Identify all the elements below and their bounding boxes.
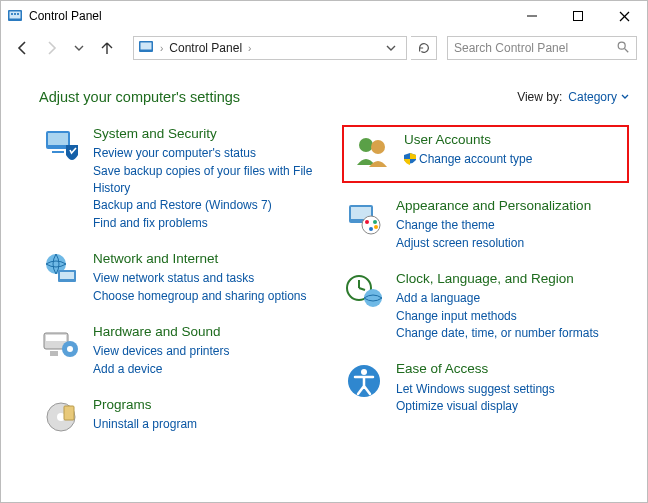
category-title[interactable]: Network and Internet <box>93 250 218 268</box>
category-title[interactable]: Programs <box>93 396 152 414</box>
link-network-status[interactable]: View network status and tasks <box>93 270 326 287</box>
svg-rect-26 <box>64 406 74 420</box>
svg-rect-10 <box>141 42 152 49</box>
link-text: Change account type <box>419 152 532 166</box>
link-homegroup[interactable]: Choose homegroup and sharing options <box>93 288 326 305</box>
hardware-sound-icon[interactable] <box>39 323 83 378</box>
chevron-down-icon <box>621 93 629 101</box>
back-button[interactable] <box>11 36 35 60</box>
category-hardware-sound: Hardware and Sound View devices and prin… <box>39 323 326 378</box>
window-title: Control Panel <box>29 9 102 23</box>
close-button[interactable] <box>601 1 647 31</box>
link-add-device[interactable]: Add a device <box>93 361 326 378</box>
minimize-button[interactable] <box>509 1 555 31</box>
link-review-status[interactable]: Review your computer's status <box>93 145 326 162</box>
link-date-time-formats[interactable]: Change date, time, or number formats <box>396 325 629 342</box>
category-clock-language-region: Clock, Language, and Region Add a langua… <box>342 270 629 342</box>
category-user-accounts: User Accounts Change account type <box>350 131 621 173</box>
category-title[interactable]: Ease of Access <box>396 360 488 378</box>
link-find-fix[interactable]: Find and fix problems <box>93 215 326 232</box>
svg-rect-4 <box>17 13 19 15</box>
svg-rect-20 <box>46 335 66 341</box>
category-appearance-personalization: Appearance and Personalization Change th… <box>342 197 629 252</box>
category-ease-of-access: Ease of Access Let Windows suggest setti… <box>342 360 629 415</box>
link-change-account-type[interactable]: Change account type <box>404 151 621 170</box>
link-change-theme[interactable]: Change the theme <box>396 217 629 234</box>
highlight-user-accounts: User Accounts Change account type <box>342 125 629 183</box>
svg-line-12 <box>625 48 629 52</box>
up-button[interactable] <box>95 36 119 60</box>
programs-icon[interactable] <box>39 396 83 438</box>
category-title[interactable]: Hardware and Sound <box>93 323 221 341</box>
search-placeholder: Search Control Panel <box>454 41 568 55</box>
svg-rect-2 <box>11 13 13 15</box>
recent-locations-dropdown[interactable] <box>67 36 91 60</box>
link-input-methods[interactable]: Change input methods <box>396 308 629 325</box>
svg-rect-14 <box>48 133 68 145</box>
system-security-icon[interactable] <box>39 125 83 232</box>
svg-rect-15 <box>52 151 64 153</box>
network-internet-icon[interactable] <box>39 250 83 305</box>
view-by-control: View by: Category <box>517 90 629 104</box>
titlebar: Control Panel <box>1 1 647 31</box>
search-icon <box>616 40 630 57</box>
ease-of-access-icon[interactable] <box>342 360 386 415</box>
uac-shield-icon <box>404 153 416 170</box>
window-controls <box>509 1 647 31</box>
svg-point-27 <box>359 138 373 152</box>
category-programs: Programs Uninstall a program <box>39 396 326 438</box>
svg-point-34 <box>369 227 373 231</box>
page-headline: Adjust your computer's settings <box>39 89 240 105</box>
link-add-language[interactable]: Add a language <box>396 290 629 307</box>
svg-point-31 <box>362 216 380 234</box>
forward-button[interactable] <box>39 36 63 60</box>
control-panel-app-icon <box>7 8 23 24</box>
link-file-history[interactable]: Save backup copies of your files with Fi… <box>93 163 326 198</box>
search-input[interactable]: Search Control Panel <box>447 36 637 60</box>
svg-rect-23 <box>50 351 58 356</box>
view-by-value: Category <box>568 90 617 104</box>
chevron-right-icon[interactable]: › <box>248 43 251 54</box>
category-network-internet: Network and Internet View network status… <box>39 250 326 305</box>
svg-point-32 <box>365 220 369 224</box>
refresh-button[interactable] <box>411 36 437 60</box>
link-backup-restore[interactable]: Backup and Restore (Windows 7) <box>93 197 326 214</box>
column-left: System and Security Review your computer… <box>39 125 326 456</box>
svg-point-11 <box>618 42 625 49</box>
link-windows-suggest[interactable]: Let Windows suggest settings <box>396 381 629 398</box>
content-area: Adjust your computer's settings View by:… <box>1 65 647 474</box>
navigation-bar: › Control Panel › Search Control Panel <box>1 31 647 65</box>
svg-point-39 <box>364 289 382 307</box>
link-optimize-display[interactable]: Optimize visual display <box>396 398 629 415</box>
view-by-label: View by: <box>517 90 562 104</box>
svg-rect-6 <box>574 12 583 21</box>
address-icon <box>138 39 154 58</box>
chevron-right-icon: › <box>160 43 163 54</box>
category-title[interactable]: System and Security <box>93 125 217 143</box>
maximize-button[interactable] <box>555 1 601 31</box>
svg-rect-18 <box>60 272 74 279</box>
svg-point-41 <box>361 369 367 375</box>
category-title[interactable]: User Accounts <box>404 131 491 149</box>
svg-rect-3 <box>14 13 16 15</box>
user-accounts-icon[interactable] <box>350 131 394 173</box>
svg-point-35 <box>374 225 378 229</box>
svg-point-22 <box>67 346 73 352</box>
category-system-security: System and Security Review your computer… <box>39 125 326 232</box>
svg-point-28 <box>371 140 385 154</box>
category-title[interactable]: Appearance and Personalization <box>396 197 591 215</box>
view-by-dropdown[interactable]: Category <box>568 90 629 104</box>
appearance-icon[interactable] <box>342 197 386 252</box>
clock-language-icon[interactable] <box>342 270 386 342</box>
link-screen-resolution[interactable]: Adjust screen resolution <box>396 235 629 252</box>
link-devices-printers[interactable]: View devices and printers <box>93 343 326 360</box>
link-uninstall[interactable]: Uninstall a program <box>93 416 326 433</box>
column-right: User Accounts Change account type <box>342 125 629 456</box>
address-bar[interactable]: › Control Panel › <box>133 36 407 60</box>
address-dropdown[interactable] <box>380 43 402 53</box>
svg-point-33 <box>373 220 377 224</box>
breadcrumb-control-panel[interactable]: Control Panel <box>169 41 242 55</box>
category-title[interactable]: Clock, Language, and Region <box>396 270 574 288</box>
